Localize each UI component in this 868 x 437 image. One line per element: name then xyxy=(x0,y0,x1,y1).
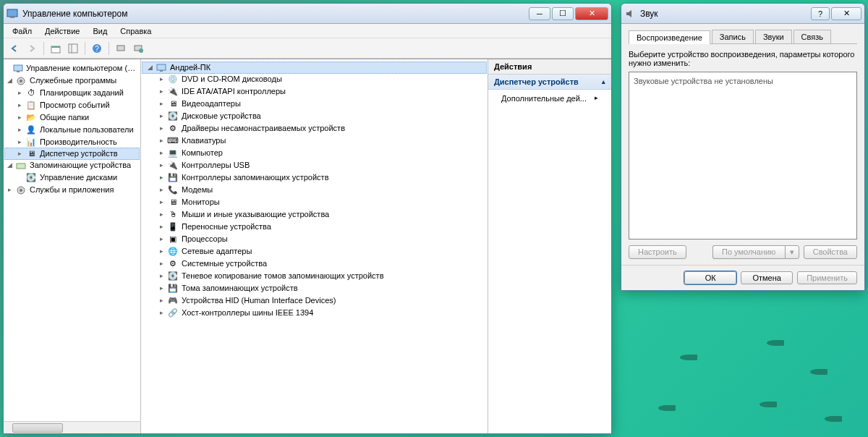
expand-icon[interactable]: ▸ xyxy=(157,307,166,319)
set-default-dropdown[interactable]: ▾ xyxy=(785,245,799,259)
close-button[interactable]: ✕ xyxy=(831,7,861,20)
cancel-button[interactable]: Отмена xyxy=(741,271,793,284)
actions-subheader[interactable]: Диспетчер устройств ▴ xyxy=(488,75,611,90)
device-category[interactable]: ▸🖥Мониторы xyxy=(142,196,486,208)
properties-button[interactable]: Свойства xyxy=(804,245,857,259)
menu-help[interactable]: Справка xyxy=(114,25,157,37)
tree-item[interactable]: ▸📋Просмотр событий xyxy=(5,99,139,111)
properties-button[interactable] xyxy=(130,41,146,56)
tab-playback[interactable]: Воспроизведение xyxy=(629,30,710,44)
expand-icon[interactable]: ▸ xyxy=(157,294,166,307)
device-category[interactable]: ▸⌨Клавиатуры xyxy=(142,135,486,147)
tree-item[interactable]: 💽Управление дисками xyxy=(5,171,139,184)
expand-icon[interactable]: ▸ xyxy=(157,282,166,294)
device-category[interactable]: ▸📱Переносные устройства xyxy=(142,221,486,233)
playback-device-list[interactable]: Звуковые устройства не установлены xyxy=(629,72,857,239)
actions-more-link[interactable]: Дополнительные дей... xyxy=(488,90,611,107)
tree-item[interactable]: ▸🖥Диспетчер устройств xyxy=(4,148,140,160)
scrollbar-thumb[interactable] xyxy=(12,423,63,433)
device-category[interactable]: ▸💾Тома запоминающих устройств xyxy=(142,282,486,294)
device-category[interactable]: ▸💽Дисковые устройства xyxy=(142,110,486,122)
scan-hardware-button[interactable] xyxy=(113,41,129,56)
device-category[interactable]: ▸💿DVD и CD-ROM дисководы xyxy=(142,73,486,85)
show-hide-tree-button[interactable] xyxy=(65,41,81,56)
device-category[interactable]: ▸📞Модемы xyxy=(142,184,486,196)
expand-icon[interactable]: ▸ xyxy=(157,245,166,258)
device-category-icon: 💾 xyxy=(167,172,179,184)
ok-button[interactable]: ОК xyxy=(684,271,736,284)
close-button[interactable]: ✕ xyxy=(575,7,608,20)
minimize-button[interactable]: ─ xyxy=(529,7,550,20)
device-category[interactable]: ▸⚙Системные устройства xyxy=(142,258,486,270)
expand-icon[interactable]: ▸ xyxy=(15,124,24,136)
expand-icon[interactable]: ▸ xyxy=(157,258,166,270)
menu-file[interactable]: Файл xyxy=(7,25,38,37)
expand-icon[interactable]: ▸ xyxy=(157,147,166,159)
expand-icon[interactable]: ▸ xyxy=(5,184,14,196)
expand-icon[interactable]: ▸ xyxy=(157,135,166,147)
expand-icon[interactable]: ▸ xyxy=(15,136,24,148)
horizontal-scrollbar[interactable] xyxy=(4,421,140,433)
tree-item[interactable]: ▸👤Локальные пользователи xyxy=(5,124,139,136)
expand-icon[interactable]: ◢ xyxy=(145,61,154,74)
expand-icon[interactable]: ▸ xyxy=(15,148,24,160)
svg-rect-11 xyxy=(14,65,22,71)
device-category[interactable]: ▸💾Контроллеры запоминающих устройств xyxy=(142,171,486,184)
expand-icon[interactable]: ▸ xyxy=(15,99,24,111)
expand-icon[interactable]: ▸ xyxy=(157,85,166,98)
help-button[interactable]: ? xyxy=(89,41,105,56)
menu-view[interactable]: Вид xyxy=(87,25,113,37)
device-category[interactable]: ▸⚙Драйверы несамонастраиваемых устройств xyxy=(142,122,486,135)
apply-button[interactable]: Применить xyxy=(797,271,857,284)
configure-button[interactable]: Настроить xyxy=(629,245,686,259)
device-category[interactable]: ▸🌐Сетевые адаптеры xyxy=(142,245,486,258)
tree-item[interactable]: ▸📂Общие папки xyxy=(5,111,139,124)
tab-communications[interactable]: Связь xyxy=(793,30,831,43)
tab-sounds[interactable]: Звуки xyxy=(755,30,792,43)
device-root[interactable]: ◢Андрей-ПК xyxy=(142,61,487,74)
expand-icon[interactable]: ▸ xyxy=(157,159,166,171)
device-category[interactable]: ▸🎮Устройства HID (Human Interface Device… xyxy=(142,294,486,307)
expand-icon[interactable]: ▸ xyxy=(157,184,166,196)
menu-action[interactable]: Действие xyxy=(39,25,85,37)
expand-icon[interactable]: ▸ xyxy=(157,98,166,110)
expand-icon[interactable]: ▸ xyxy=(15,111,24,124)
tree-item[interactable]: ▸📊Производительность xyxy=(5,136,139,148)
device-category[interactable]: ▸💽Теневое копирование томов запоминающих… xyxy=(142,270,486,282)
device-category[interactable]: ▸🔗Хост-контроллеры шины IEEE 1394 xyxy=(142,307,486,319)
forward-button[interactable] xyxy=(24,41,40,56)
titlebar[interactable]: Звук ? ✕ xyxy=(621,4,864,24)
tree-group-system-tools[interactable]: ◢Служебные программы xyxy=(5,75,139,87)
expand-icon[interactable]: ▸ xyxy=(157,110,166,122)
titlebar[interactable]: Управление компьютером ─ ☐ ✕ xyxy=(4,4,611,24)
expand-icon[interactable]: ◢ xyxy=(5,159,14,171)
up-button[interactable] xyxy=(48,41,64,56)
device-category[interactable]: ▸🖥Видеоадаптеры xyxy=(142,98,486,110)
device-category-icon: 🖥 xyxy=(167,98,179,110)
expand-icon[interactable]: ▸ xyxy=(157,221,166,233)
set-default-button[interactable]: По умолчанию xyxy=(712,245,785,259)
tree-group-services[interactable]: ▸Службы и приложения xyxy=(5,184,139,196)
device-category[interactable]: ▸▣Процессоры xyxy=(142,233,486,245)
device-category[interactable]: ▸💻Компьютер xyxy=(142,147,486,159)
expand-icon[interactable]: ▸ xyxy=(157,171,166,184)
expand-icon[interactable]: ▸ xyxy=(15,87,24,99)
tree-item[interactable]: ▸⏱Планировщик заданий xyxy=(5,87,139,99)
tree-root[interactable]: Управление компьютером (локальным) xyxy=(5,62,139,75)
expand-icon[interactable]: ▸ xyxy=(157,196,166,208)
device-category[interactable]: ▸🔌Контроллеры USB xyxy=(142,159,486,171)
expand-icon[interactable]: ▸ xyxy=(157,208,166,221)
expand-icon[interactable]: ▸ xyxy=(157,73,166,85)
device-category[interactable]: ▸🖱Мыши и иные указывающие устройства xyxy=(142,208,486,221)
tab-recording[interactable]: Запись xyxy=(712,30,754,43)
context-help-button[interactable]: ? xyxy=(811,7,830,20)
expand-icon[interactable]: ▸ xyxy=(157,270,166,282)
wallpaper-fish xyxy=(767,340,784,346)
tree-group-storage[interactable]: ◢Запоминающие устройства xyxy=(5,159,139,171)
device-category[interactable]: ▸🔌IDE ATA/ATAPI контроллеры xyxy=(142,85,486,98)
expand-icon[interactable]: ◢ xyxy=(5,75,14,87)
expand-icon[interactable]: ▸ xyxy=(157,233,166,245)
maximize-button[interactable]: ☐ xyxy=(552,7,574,20)
expand-icon[interactable]: ▸ xyxy=(157,122,166,135)
back-button[interactable] xyxy=(7,41,22,56)
